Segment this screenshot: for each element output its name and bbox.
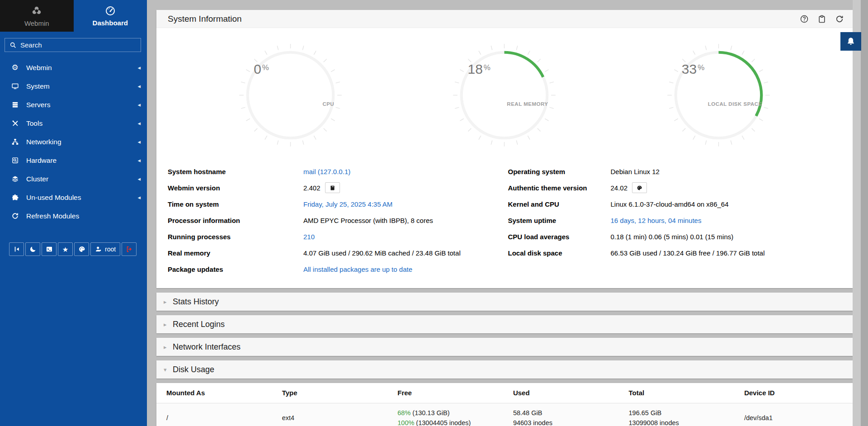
time-link[interactable]: Friday, July 25, 2025 4:35 AM — [303, 200, 392, 208]
sidebar-item-label: System — [26, 82, 50, 90]
clipboard-button[interactable] — [817, 14, 827, 24]
info-row-time-on-system: Time on system Friday, July 25, 2025 4:3… — [168, 196, 508, 212]
uptime-link[interactable]: 16 days, 12 hours, 04 minutes — [611, 217, 702, 224]
col-mounted-as: Mounted As — [156, 383, 272, 403]
caret-down-icon: ▾ — [164, 366, 173, 373]
sidebar-item-system[interactable]: System ◂ — [0, 77, 147, 95]
info-column-right: Operating system Debian Linux 12 Authent… — [508, 163, 849, 277]
page-gutter — [853, 0, 861, 426]
sidebar-tabs: Webmin Dashboard — [0, 0, 147, 32]
monitor-icon — [10, 82, 19, 90]
help-button[interactable] — [799, 14, 809, 24]
scrollbar-track[interactable] — [861, 0, 868, 426]
sidebar-item-label: Servers — [26, 101, 50, 109]
refresh-icon — [835, 14, 844, 24]
search-input[interactable] — [5, 38, 141, 52]
col-total: Total — [619, 383, 735, 403]
info-row-system-uptime: System uptime 16 days, 12 hours, 04 minu… — [508, 212, 849, 228]
servers-icon — [10, 101, 19, 109]
col-free: Free — [387, 383, 503, 403]
chevron-left-icon: ◂ — [137, 194, 141, 201]
col-device-id: Device ID — [734, 383, 853, 403]
recent-logins-panel-header[interactable]: ▸ Recent Logins — [156, 315, 853, 333]
webmin-logo-icon — [31, 5, 42, 17]
caret-right-icon: ▸ — [164, 321, 173, 328]
notifications-button[interactable] — [840, 32, 861, 51]
tab-webmin[interactable]: Webmin — [0, 0, 74, 32]
layers-icon — [10, 175, 19, 183]
processes-link[interactable]: 210 — [303, 233, 315, 241]
cell-free: 68% (130.13 GiB) 100% (13004405 inodes) — [387, 403, 503, 426]
hostname-link[interactable]: mail (127.0.0.1) — [303, 168, 350, 175]
favorites-button[interactable]: ★ — [58, 242, 73, 256]
info-row-running-processes: Running processes 210 — [168, 228, 508, 245]
page-title: System Information — [168, 14, 242, 24]
sidebar-item-label: Refresh Modules — [26, 212, 79, 220]
info-row-system-hostname: System hostname mail (127.0.0.1) — [168, 163, 508, 180]
refresh-button[interactable] — [835, 14, 844, 24]
palette-icon — [78, 246, 85, 253]
gear-icon: ⚙ — [10, 64, 19, 72]
info-row-local-disk-space: Local disk space 66.53 GiB used / 130.24… — [508, 245, 849, 261]
gauge-local-disk-space: 33% LOCAL DISK SPACE — [665, 42, 772, 149]
sidebar-item-tools[interactable]: Tools ◂ — [0, 114, 147, 133]
chevron-left-icon: ◂ — [137, 157, 141, 164]
sidebar-quick-buttons: ★ root — [9, 242, 137, 256]
sidebar-item-label: Tools — [26, 119, 42, 128]
sidebar-item-networking[interactable]: Networking ◂ — [0, 133, 147, 151]
clipboard-icon — [817, 14, 826, 24]
gauge-caption: CPU — [322, 101, 334, 107]
user-account-button[interactable]: root — [90, 242, 120, 256]
sidebar-item-cluster[interactable]: Cluster ◂ — [0, 170, 147, 188]
night-mode-button[interactable] — [25, 242, 40, 256]
chevron-left-icon: ◂ — [137, 175, 141, 182]
sidebar-item-webmin[interactable]: ⚙ Webmin ◂ — [0, 58, 147, 77]
gauge-caption: LOCAL DISK SPACE — [708, 101, 762, 107]
network-icon — [10, 138, 19, 146]
logout-button[interactable] — [122, 242, 137, 256]
search-icon — [9, 42, 17, 49]
collapse-sidebar-button[interactable] — [9, 242, 24, 256]
sidebar-item-hardware[interactable]: Hardware ◂ — [0, 151, 147, 170]
sidebar-item-label: Networking — [26, 138, 61, 146]
package-updates-link[interactable]: All installed packages are up to date — [303, 265, 412, 273]
bell-icon — [846, 37, 856, 47]
refresh-icon — [10, 212, 19, 220]
info-row-package-updates: Package updates All installed packages a… — [168, 261, 508, 277]
terminal-icon — [46, 246, 53, 253]
info-row-theme-version: Authentic theme version 24.02 — [508, 180, 849, 196]
theme-settings-button[interactable] — [74, 242, 89, 256]
gauge-value: 18% — [467, 62, 491, 77]
theme-changelog-button[interactable] — [632, 182, 647, 193]
sidebar-item-label: Un-used Modules — [26, 194, 81, 202]
panel-actions — [799, 14, 844, 24]
sidebar-item-servers[interactable]: Servers ◂ — [0, 95, 147, 114]
info-row-kernel-cpu: Kernel and CPU Linux 6.1.0-37-cloud-amd6… — [508, 196, 849, 212]
disk-table-header-row: Mounted As Type Free Used Total Device I… — [156, 383, 853, 403]
book-icon — [330, 185, 335, 191]
stats-history-panel-header[interactable]: ▸ Stats History — [156, 293, 853, 311]
chevron-left-icon: ◂ — [137, 138, 141, 145]
col-used: Used — [503, 383, 619, 403]
network-interfaces-panel-header[interactable]: ▸ Network Interfaces — [156, 338, 853, 356]
tab-dashboard-label: Dashboard — [93, 19, 128, 27]
disk-usage-panel-header[interactable]: ▾ Disk Usage — [156, 360, 853, 379]
search-box — [5, 38, 141, 52]
cell-used: 58.48 GiB 94603 inodes — [503, 403, 619, 426]
sidebar-item-unused-modules[interactable]: Un-used Modules ◂ — [0, 188, 147, 207]
tab-dashboard[interactable]: Dashboard — [74, 0, 147, 32]
sidebar-menu: ⚙ Webmin ◂ System ◂ Servers ◂ Tools ◂ Ne… — [0, 58, 147, 225]
webmin-changelog-button[interactable] — [325, 182, 340, 193]
disk-usage-table-panel: Mounted As Type Free Used Total Device I… — [156, 383, 853, 426]
info-column-left: System hostname mail (127.0.0.1) Webmin … — [168, 163, 508, 277]
chevron-left-icon: ◂ — [137, 64, 141, 71]
collapse-left-icon — [13, 246, 20, 253]
info-row-cpu-load: CPU load averages 0.18 (1 min) 0.06 (5 m… — [508, 228, 849, 245]
gauge-cpu: 0% CPU — [237, 42, 344, 149]
tools-icon — [10, 119, 19, 128]
gauge-real-memory: 18% REAL MEMORY — [451, 42, 558, 149]
system-info-grid: System hostname mail (127.0.0.1) Webmin … — [156, 151, 853, 288]
terminal-button[interactable] — [42, 242, 57, 256]
sidebar-item-refresh-modules[interactable]: Refresh Modules — [0, 207, 147, 225]
caret-right-icon: ▸ — [164, 298, 173, 305]
